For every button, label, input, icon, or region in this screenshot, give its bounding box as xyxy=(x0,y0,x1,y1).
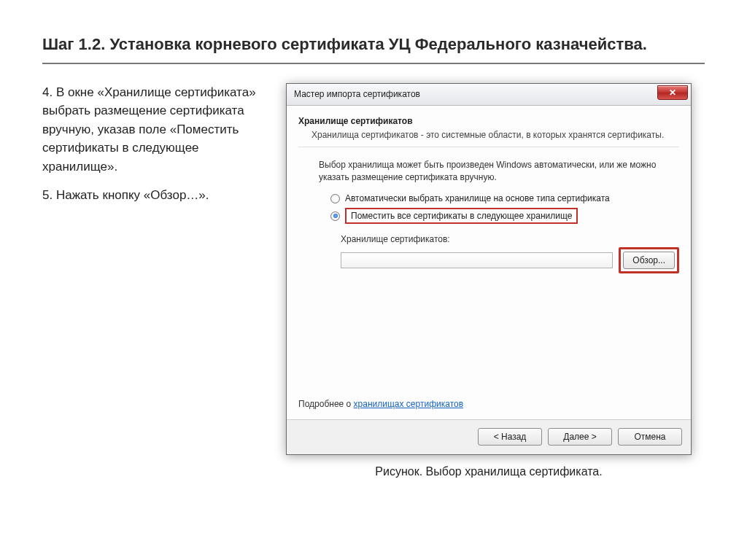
wizard-window: Мастер импорта сертификатов ✕ Хранилище … xyxy=(286,83,692,455)
radio-auto-row[interactable]: Автоматически выбрать хранилище на основ… xyxy=(330,193,679,203)
back-button[interactable]: < Назад xyxy=(478,428,542,446)
browse-button[interactable]: Обзор... xyxy=(623,252,675,269)
radio-manual-label: Поместить все сертификаты в следующее хр… xyxy=(345,208,578,224)
instruction-panel: 4. В окне «Хранилище сертификата» выбрат… xyxy=(42,83,261,214)
instruction-step-4: 4. В окне «Хранилище сертификата» выбрат… xyxy=(42,83,261,176)
learn-more-prefix: Подробнее о xyxy=(298,399,354,409)
store-field-label: Хранилище сертификатов: xyxy=(341,234,679,244)
cancel-button[interactable]: Отмена xyxy=(618,428,682,446)
info-paragraph: Выбор хранилища может быть произведен Wi… xyxy=(319,159,679,184)
figure-caption: Рисунок. Выбор хранилища сертификата. xyxy=(286,465,692,478)
section-title: Хранилище сертификатов xyxy=(298,116,679,126)
close-button[interactable]: ✕ xyxy=(657,85,688,100)
page-heading: Шаг 1.2. Установка корневого сертификата… xyxy=(42,34,705,64)
window-title: Мастер импорта сертификатов xyxy=(294,89,420,99)
wizard-footer: < Назад Далее > Отмена xyxy=(287,419,691,454)
radio-icon xyxy=(330,194,340,203)
section-subtitle: Хранилища сертификатов - это системные о… xyxy=(311,129,679,141)
titlebar[interactable]: Мастер импорта сертификатов ✕ xyxy=(287,84,691,106)
next-button[interactable]: Далее > xyxy=(548,428,612,446)
learn-more-link[interactable]: хранилищах сертификатов xyxy=(354,399,463,409)
radio-auto-label: Автоматически выбрать хранилище на основ… xyxy=(345,193,610,203)
radio-manual-row[interactable]: Поместить все сертификаты в следующее хр… xyxy=(330,208,679,224)
browse-highlight: Обзор... xyxy=(619,247,679,273)
divider xyxy=(298,147,679,147)
instruction-step-5: 5. Нажать кнопку «Обзор…». xyxy=(42,186,261,205)
close-icon: ✕ xyxy=(669,88,676,98)
store-input[interactable] xyxy=(341,252,613,268)
radio-icon xyxy=(330,211,340,221)
learn-more-row: Подробнее о хранилищах сертификатов xyxy=(298,399,463,409)
